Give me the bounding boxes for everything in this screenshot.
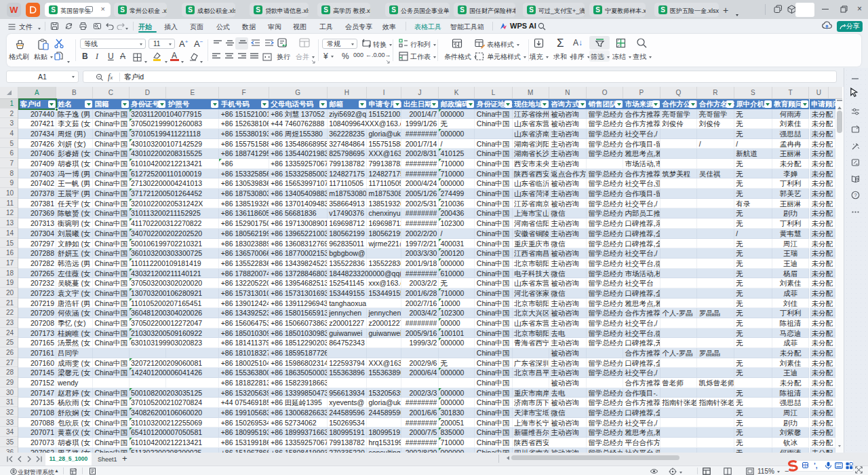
- svg-text:?: ?: [854, 192, 857, 198]
